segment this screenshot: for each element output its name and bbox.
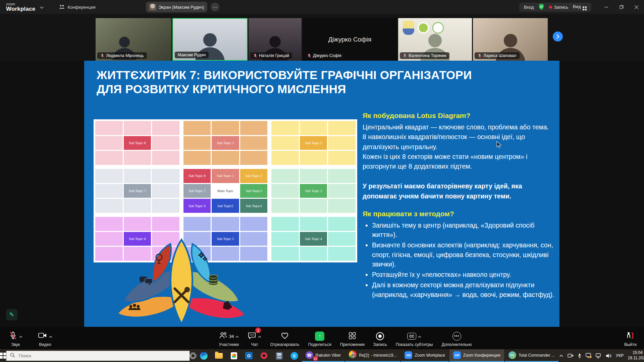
- toolbar-audio-button[interactable]: Звук: [7, 327, 24, 349]
- toolbar-react-iconrow: [280, 331, 289, 341]
- close-button[interactable]: [629, 0, 644, 14]
- toolbar-record-button[interactable]: Запись: [372, 327, 388, 349]
- lotus-cell: [152, 184, 179, 198]
- tab-options-button[interactable]: ⋯: [211, 3, 219, 11]
- participants-grid-icon: [59, 4, 65, 10]
- taskbar-window-zoom[interactable]: zmZoom Workplace: [401, 349, 448, 362]
- video-tile[interactable]: Діжурко СофіяДіжурко Софія: [303, 18, 397, 61]
- slide-bullet: Визначте 8 основних аспектів (наприклад:…: [372, 240, 554, 269]
- view-button[interactable]: Вид: [573, 4, 587, 10]
- next-participants-button[interactable]: [553, 32, 563, 42]
- lotus-cell: Sub Topic4: [240, 199, 268, 213]
- chevron-up-icon[interactable]: [235, 333, 239, 339]
- edge-icon[interactable]: [196, 349, 211, 362]
- section-heading-2: Як працювати з методом?: [363, 210, 554, 218]
- lotus-cell: [95, 151, 123, 165]
- ellipsis-icon: ⋯: [213, 4, 217, 10]
- taskbar-window-chrome[interactable]: лRe[2]: - mironets19...: [345, 349, 400, 362]
- chat-icon: [248, 331, 256, 341]
- toolbar-label: Поделиться: [308, 342, 331, 347]
- video-tile[interactable]: Людмила Міронець: [96, 18, 171, 61]
- heart-icon: [280, 331, 289, 341]
- lotus-cell: Sub Topic 1: [212, 169, 239, 183]
- toolbar-video-button[interactable]: Видео: [37, 327, 54, 349]
- toolbar-label: Дополнительно: [442, 342, 472, 347]
- video-tile[interactable]: Наталія Грицай: [249, 18, 302, 61]
- lotus-block-top-center: Sub Topic 1: [183, 121, 268, 165]
- participant-name: Наталія Грицай: [259, 53, 289, 58]
- skype-icon[interactable]: S: [287, 349, 302, 362]
- taskbar-clock[interactable]: 15:04 19.11.2025: [628, 350, 644, 361]
- minimize-button[interactable]: [599, 0, 614, 14]
- lotus-block-center: Sub Topic 8Sub Topic 1Sub Topic 2Sub Top…: [183, 169, 268, 213]
- lotus-cell: Sub Topic3: [240, 184, 268, 198]
- lotus-cell: [271, 151, 299, 165]
- result-paragraph: У результаті маємо багаторівневу карту і…: [363, 181, 554, 201]
- toolbar-captions-button[interactable]: CCПоказать субтитры: [394, 327, 434, 349]
- toolbar-more-button[interactable]: •••Дополнительно: [440, 327, 473, 349]
- speaker-icon[interactable]: [606, 353, 612, 358]
- toolbar-leave-button[interactable]: Выйти: [623, 327, 638, 349]
- taskbar-window-totalcmd[interactable]: TCTotal Commander ...: [505, 349, 558, 362]
- section-heading-1: Як побудована Lotus Diagram?: [363, 112, 554, 120]
- participant-name-pill: Лариса Шаповал: [475, 52, 520, 59]
- lotus-cell: [328, 232, 356, 246]
- restore-button[interactable]: [614, 0, 629, 14]
- chevron-up-icon[interactable]: [418, 333, 421, 339]
- screen-share-icon[interactable]: [586, 353, 592, 358]
- camera-icon: [38, 331, 47, 341]
- mic-muted-icon: [478, 54, 482, 58]
- explorer-icon[interactable]: [211, 349, 226, 362]
- annotate-button[interactable]: ✎: [6, 309, 17, 320]
- taskbar-window-zoom[interactable]: zmZoom Конференция: [449, 349, 504, 362]
- lotus-cell: [240, 136, 268, 150]
- search-input[interactable]: [18, 353, 186, 359]
- outlook-icon[interactable]: O: [241, 349, 257, 362]
- tab-meeting[interactable]: Конференция: [59, 4, 95, 10]
- taskbar-search[interactable]: [6, 351, 190, 361]
- toolbar-chat-button[interactable]: 1Чат: [246, 327, 263, 349]
- participant-name-pill: Максим Рудич: [175, 52, 209, 58]
- store-icon[interactable]: [226, 349, 241, 362]
- shared-screen-slide: ЖИТТЄХИТРИК 7: ВИКОРИСТОВУЙТЕ ГРАФІЧНІ О…: [84, 61, 559, 327]
- lotus-cell: [124, 151, 151, 165]
- app-chrome-icon: л: [349, 351, 357, 360]
- lotus-cell: Sub Topic 7: [183, 184, 211, 198]
- taskbar-window-viber[interactable]: ☎23Rakuten Viber: [302, 349, 345, 362]
- task-view-button[interactable]: [190, 349, 196, 362]
- lotus-cell: [240, 121, 268, 135]
- mic-icon[interactable]: [578, 353, 582, 359]
- network-icon[interactable]: [596, 353, 602, 358]
- logo-workplace-text: Workplace: [6, 6, 35, 12]
- calculator-icon[interactable]: [272, 349, 287, 362]
- slide-bullet: Розташуйте їх у «пелюстках» навколо цент…: [372, 270, 554, 279]
- video-tile[interactable]: Максим Рудич: [172, 18, 248, 61]
- start-button[interactable]: [0, 349, 6, 362]
- video-strip: Людмила МіронецьМаксим РудичНаталія Гриц…: [0, 14, 644, 61]
- unread-badge: 23: [313, 356, 318, 361]
- language-indicator[interactable]: УКР: [616, 353, 624, 358]
- toolbar-apps-button[interactable]: Приложения: [339, 327, 366, 349]
- lotus-center-cell: Sub Topic 2: [300, 136, 327, 150]
- chevron-up-icon[interactable]: [258, 333, 261, 339]
- signin-button[interactable]: Вход: [524, 5, 534, 10]
- chevron-down-icon[interactable]: [40, 4, 44, 10]
- chevron-up-icon[interactable]: [49, 333, 52, 339]
- toolbar-react-button[interactable]: Отреагировать: [269, 327, 301, 349]
- chevron-up-icon[interactable]: [559, 354, 564, 357]
- opera-icon[interactable]: [257, 349, 272, 362]
- toolbar-share-button[interactable]: ↑Поделиться: [307, 327, 333, 349]
- lotus-cell: [328, 184, 356, 198]
- recording-indicator[interactable]: Запись: [549, 5, 568, 10]
- lotus-cell: [212, 217, 239, 231]
- lotus-cell: [240, 151, 268, 165]
- toolbar-participants-button[interactable]: 34Участники: [217, 327, 240, 349]
- video-tile[interactable]: Валентина Торяник: [398, 18, 472, 61]
- lotus-cell: [328, 121, 356, 135]
- video-tile[interactable]: Лариса Шаповал: [473, 18, 548, 61]
- chevron-up-icon[interactable]: [19, 333, 22, 339]
- tab-screen-share[interactable]: Экран (Максим Рудич): [146, 2, 208, 12]
- windows-taskbar: OS ☎23Rakuten ViberлRe[2]: - mironets19.…: [0, 349, 644, 362]
- security-shield-icon[interactable]: [538, 3, 544, 11]
- camera-icon[interactable]: [568, 353, 574, 358]
